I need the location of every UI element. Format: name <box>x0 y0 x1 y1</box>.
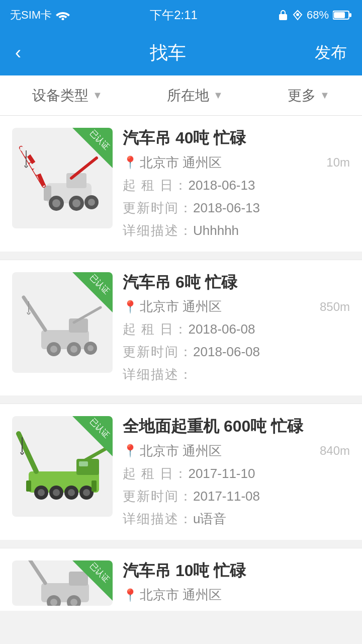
svg-point-17 <box>88 199 95 206</box>
location-pin-icon: 📍 <box>123 300 138 314</box>
filter-equipment-type[interactable]: 设备类型 ▼ <box>32 86 103 105</box>
svg-rect-47 <box>92 480 97 492</box>
svg-rect-35 <box>76 459 99 475</box>
card-location-row: 📍 北京市 通州区 840m <box>123 442 350 460</box>
card-distance: 850m <box>320 300 350 314</box>
certified-badge: 已认证 <box>72 272 113 312</box>
svg-point-30 <box>70 346 77 353</box>
certified-text: 已认证 <box>87 272 112 297</box>
filter-equipment-label: 设备类型 <box>32 86 88 105</box>
card-list: 已认证 汽车吊 40吨 忙碌 📍 北京市 通州区 10m 起 租 日： 2018… <box>0 116 362 611</box>
card-distance: 840m <box>320 444 350 458</box>
card-start-date: 起 租 日： 2018-06-13 <box>123 177 350 194</box>
status-right: 68% <box>278 9 352 22</box>
card-title: 全地面起重机 600吨 忙碌 <box>123 416 350 437</box>
status-time: 下午2:11 <box>150 7 198 23</box>
card-description: 详细描述： <box>123 366 350 383</box>
svg-rect-4 <box>349 13 351 17</box>
card-description: 详细描述： Uhhhhh <box>123 222 350 239</box>
card-location-row: 📍 北京市 通州区 10m <box>123 154 350 172</box>
location-text: 北京市 通州区 <box>140 298 222 315</box>
svg-point-28 <box>50 346 57 353</box>
card-location: 📍 北京市 通州区 <box>123 154 222 172</box>
lock-icon <box>278 10 289 21</box>
card-info: 汽车吊 40吨 忙碌 📍 北京市 通州区 10m 起 租 日： 2018-06-… <box>123 128 350 239</box>
location-text: 北京市 通州区 <box>140 442 222 460</box>
list-item[interactable]: 已认证 汽车吊 10吨 忙碌 📍 北京市 通州区 <box>0 548 362 611</box>
certified-badge: 已认证 <box>72 128 113 168</box>
start-date-label: 起 租 日： <box>123 320 188 338</box>
location-pin-icon: 📍 <box>123 155 138 170</box>
status-left: 无SIM卡 <box>10 8 70 23</box>
filter-more[interactable]: 更多 ▼ <box>288 86 330 105</box>
start-date-value: 2017-11-10 <box>188 466 255 481</box>
filter-location[interactable]: 所在地 ▼ <box>167 86 223 105</box>
location-text: 北京市 通州区 <box>140 586 222 604</box>
svg-point-41 <box>53 489 60 496</box>
certified-badge: 已认证 <box>72 416 113 456</box>
card-info: 汽车吊 6吨 忙碌 📍 北京市 通州区 850m 起 租 日： 2018-06-… <box>123 272 350 384</box>
card-info: 全地面起重机 600吨 忙碌 📍 北京市 通州区 840m 起 租 日： 201… <box>123 416 350 528</box>
list-item[interactable]: 已认证 全地面起重机 600吨 忙碌 📍 北京市 通州区 840m 起 租 日：… <box>0 404 362 540</box>
filter-bar: 设备类型 ▼ 所在地 ▼ 更多 ▼ <box>0 75 362 116</box>
svg-point-45 <box>83 489 90 496</box>
card-location-row: 📍 北京市 通州区 <box>123 586 350 604</box>
svg-line-25 <box>24 297 45 330</box>
location-pin-icon: 📍 <box>123 588 138 602</box>
svg-point-39 <box>38 489 45 496</box>
nav-bar: ‹ 找车 发布 <box>0 30 362 75</box>
card-image-wrap: 已认证 <box>12 416 113 517</box>
svg-line-18 <box>39 174 44 186</box>
certified-badge: 已认证 <box>72 560 113 601</box>
update-time-label: 更新时间： <box>123 343 193 361</box>
location-icon <box>293 10 303 21</box>
card-location-row: 📍 北京市 通州区 850m <box>123 298 350 315</box>
back-button[interactable]: ‹ <box>15 42 21 63</box>
svg-point-32 <box>87 345 94 351</box>
card-description: 详细描述： u语音 <box>123 510 350 528</box>
chevron-down-icon: ▼ <box>213 90 223 101</box>
card-location: 📍 北京市 通州区 <box>123 586 222 604</box>
card-image-wrap: 已认证 <box>12 272 113 373</box>
card-distance: 10m <box>326 155 350 170</box>
svg-point-15 <box>72 199 80 207</box>
card-title: 汽车吊 6吨 忙碌 <box>123 272 350 293</box>
card-location: 📍 北京市 通州区 <box>123 298 222 315</box>
battery-text: 68% <box>307 9 329 22</box>
card-title: 汽车吊 10吨 忙碌 <box>123 560 350 582</box>
filter-location-label: 所在地 <box>167 86 209 105</box>
location-pin-icon: 📍 <box>123 444 138 458</box>
svg-point-43 <box>68 489 75 496</box>
chevron-down-icon: ▼ <box>320 90 330 101</box>
card-image-wrap: 已认证 <box>12 128 113 228</box>
battery-icon <box>333 10 352 20</box>
update-time-value: 2018-06-13 <box>193 200 260 216</box>
start-date-label: 起 租 日： <box>123 465 188 482</box>
certified-text: 已认证 <box>87 560 112 585</box>
card-update-time: 更新时间： 2018-06-08 <box>123 343 350 361</box>
card-location: 📍 北京市 通州区 <box>123 442 222 460</box>
description-value: u语音 <box>193 510 226 528</box>
card-start-date: 起 租 日： 2017-11-10 <box>123 465 350 482</box>
svg-rect-1 <box>279 14 287 20</box>
start-date-value: 2018-06-08 <box>188 321 255 337</box>
svg-point-54 <box>50 599 57 606</box>
card-title: 汽车吊 40吨 忙碌 <box>123 128 350 149</box>
card-update-time: 更新时间： 2017-11-08 <box>123 488 350 505</box>
card-update-time: 更新时间： 2018-06-13 <box>123 199 350 217</box>
chevron-down-icon: ▼ <box>93 90 103 101</box>
svg-rect-5 <box>334 12 345 18</box>
wifi-icon <box>56 10 70 20</box>
card-start-date: 起 租 日： 2018-06-08 <box>123 320 350 338</box>
list-item[interactable]: 已认证 汽车吊 6吨 忙碌 📍 北京市 通州区 850m 起 租 日： 2018… <box>0 260 362 396</box>
description-label: 详细描述： <box>123 222 193 239</box>
certified-text: 已认证 <box>87 416 112 441</box>
location-text: 北京市 通州区 <box>140 154 222 172</box>
update-time-label: 更新时间： <box>123 199 193 217</box>
list-item[interactable]: 已认证 汽车吊 40吨 忙碌 📍 北京市 通州区 10m 起 租 日： 2018… <box>0 116 362 252</box>
update-time-value: 2018-06-08 <box>193 344 260 360</box>
svg-line-52 <box>24 560 45 583</box>
filter-more-label: 更多 <box>288 86 316 105</box>
description-label: 详细描述： <box>123 366 193 383</box>
publish-button[interactable]: 发布 <box>315 42 347 64</box>
